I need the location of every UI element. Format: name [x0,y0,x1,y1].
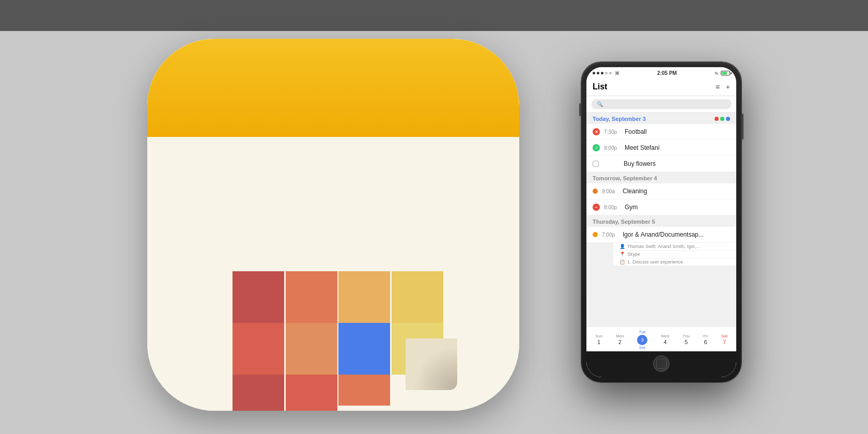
grid-cell [233,323,284,375]
day-tue-sublabel: Sep [639,346,645,349]
header-icons: ≡ + [716,83,730,91]
day-mon[interactable]: Mon 2 [616,334,624,345]
flowers-checkbox[interactable] [593,161,599,167]
app-title: List [593,82,607,91]
icon-header [147,39,519,152]
day-thu[interactable]: Thu 5 [683,334,690,345]
day-wed-name: Wed [661,334,669,338]
grid-cell [286,375,337,411]
day-fri[interactable]: Fri 6 [703,334,708,345]
home-button-area [586,351,736,377]
gym-minus-icon: − [595,205,597,210]
day-sun[interactable]: Sun 1 [595,334,602,345]
list-content: Today, September 3 ✕ 7:30p Foot [586,113,736,326]
gym-text: Gym [625,204,638,211]
note-icon: 📋 [619,259,625,265]
igor-sub-3: 📋 1. Discuss user experience [613,258,736,266]
list-item-football[interactable]: ✕ 7:30p Football [586,124,736,140]
list-item-igor[interactable]: 7:00p Igor & Anand/Documentsap... [586,227,736,243]
icon-body [147,137,519,411]
grid-cell [338,323,390,375]
grid-cell [392,271,443,323]
phone-wrapper: ⌘ 2:05 PM ℡ List ≡ + [581,62,741,382]
signal-dot-5 [609,72,612,74]
day-mon-num: 2 [618,339,622,345]
date-header-today: Today, September 3 [586,113,736,124]
day-sat[interactable]: Sat 7 [721,334,727,345]
day-tue-name: Tue [639,330,646,334]
scene: ⌘ 2:05 PM ℡ List ≡ + [0,0,868,434]
phone: ⌘ 2:05 PM ℡ List ≡ + [581,62,741,382]
status-left: ⌘ [593,71,619,76]
day-thu-num: 5 [685,339,688,345]
status-time: 2:05 PM [657,70,677,76]
phone-screen: ⌘ 2:05 PM ℡ List ≡ + [586,67,736,377]
cleaning-time: 9:00a [602,189,618,194]
igor-sub-text-3: 1. Discuss user experience [627,259,683,265]
day-sun-name: Sun [595,334,602,338]
grid-cell [286,271,337,323]
calendar-strip: Sun 1 Mon 2 Tue 3 Sep We [586,326,736,351]
date-header-thursday: Thursday, September 5 [586,215,736,227]
date-thursday-label: Thursday, September 5 [593,219,655,225]
search-bar: 🔍 [586,96,736,113]
igor-time: 7:00p [602,232,618,238]
igor-sub-1: 👤 Thomas Swift, Anand Smith, Igor,... [613,243,736,251]
stefani-indicator: ✓ [593,144,600,151]
day-tue-num: 3 [637,335,647,345]
signal-dot-2 [597,72,599,74]
stefani-text: Meet Stefani [625,144,659,151]
day-fri-num: 6 [704,339,707,345]
home-button[interactable] [653,355,670,372]
status-bar: ⌘ 2:05 PM ℡ [586,67,736,78]
igor-indicator [593,232,598,237]
search-input-box[interactable]: 🔍 [592,99,731,109]
wifi-text: ⌘ [615,71,619,76]
grid-cell [233,271,284,323]
list-item-stefani[interactable]: ✓ 9:00p Meet Stefani [586,140,736,156]
day-sat-name: Sat [721,334,727,338]
day-wed[interactable]: Wed 4 [661,334,669,345]
igor-sub-text-2: Skype [627,252,640,257]
date-today-label: Today, September 3 [593,116,646,122]
home-button-inner [656,359,667,369]
day-sun-num: 1 [597,339,600,345]
menu-icon[interactable]: ≡ [716,83,720,91]
dot-blue [726,117,730,121]
battery [721,71,730,75]
list-item-gym[interactable]: − 8:00p Gym [586,199,736,215]
cleaning-text: Cleaning [623,188,647,195]
date-header-tomorrow: Tomorrow, September 4 [586,172,736,183]
gym-indicator: − [593,204,600,211]
date-dots [715,117,730,121]
day-mon-name: Mon [616,334,624,338]
list-item-cleaning[interactable]: 9:00a Cleaning [586,183,736,199]
app-icon [147,39,519,411]
igor-sub-text-1: Thomas Swift, Anand Smith, Igor,... [627,244,700,249]
signal-dot-4 [605,72,608,74]
day-strip: Sun 1 Mon 2 Tue 3 Sep We [588,330,734,349]
bluetooth-icon: ℡ [715,71,719,75]
battery-fill [722,72,727,74]
location-icon: 📍 [619,252,625,257]
signal-dot-1 [593,72,595,74]
add-icon[interactable]: + [726,83,730,91]
football-text: Football [625,128,647,135]
igor-text: Igor & Anand/Documentsap... [623,231,704,238]
football-indicator: ✕ [593,128,600,135]
search-icon: 🔍 [597,101,603,107]
person-icon: 👤 [619,244,625,249]
list-item-flowers[interactable]: Buy flowers [586,156,736,172]
dot-green [720,117,724,121]
dot-red [715,117,719,121]
day-tue[interactable]: Tue 3 Sep [637,330,647,349]
date-tomorrow-label: Tomorrow, September 4 [593,175,657,181]
day-wed-num: 4 [663,339,667,345]
flowers-text: Buy flowers [624,160,656,167]
status-right: ℡ [715,71,730,75]
stefani-check-icon: ✓ [595,146,598,150]
cleaning-indicator [593,189,598,194]
gym-time: 8:00p [604,205,621,210]
football-time: 7:30p [604,129,621,135]
grid-cell [233,375,284,411]
